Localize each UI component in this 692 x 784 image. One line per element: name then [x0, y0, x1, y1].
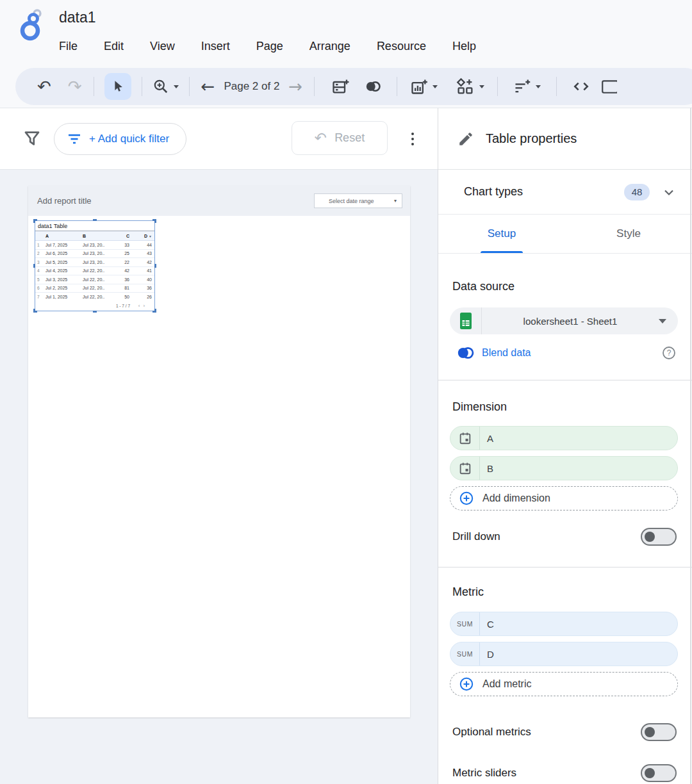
- panel-scrollbar-track[interactable]: [690, 108, 691, 784]
- optional-metrics-toggle[interactable]: [641, 723, 677, 741]
- data-source-selector[interactable]: lookersheet1 - Sheet1: [450, 307, 678, 334]
- quick-filter-bar: + Add quick filter ↶ Reset: [0, 108, 438, 170]
- dimension-chip-label: A: [487, 433, 493, 444]
- select-tool-button[interactable]: [104, 73, 131, 100]
- aggregation-label: SUM: [450, 642, 480, 666]
- blend-icon: [363, 78, 383, 95]
- date-range-label: Select date range: [329, 198, 374, 204]
- metric-heading: Metric: [452, 585, 692, 599]
- chevron-down-icon[interactable]: [661, 184, 677, 200]
- metric-chip-label: D: [487, 649, 494, 660]
- menu-edit[interactable]: Edit: [103, 37, 125, 56]
- reset-label: Reset: [334, 131, 365, 145]
- panel-title: Table properties: [486, 131, 577, 146]
- zoom-tool-button[interactable]: [152, 78, 179, 95]
- metric-sliders-toggle[interactable]: [641, 764, 677, 782]
- tab-setup[interactable]: Setup: [438, 215, 565, 253]
- dropdown-arrow-icon: [659, 319, 666, 323]
- chevron-down-icon: [536, 85, 541, 88]
- drill-down-label: Drill down: [452, 530, 500, 543]
- pagination-range: 1 - 7 / 7: [35, 304, 132, 308]
- reset-button[interactable]: ↶ Reset: [292, 121, 388, 155]
- pagination-arrows[interactable]: ‹›: [132, 303, 154, 309]
- metric-chip-c[interactable]: SUM C: [450, 612, 678, 636]
- tab-style[interactable]: Style: [565, 215, 692, 253]
- metric-chip-d[interactable]: SUM D: [450, 642, 678, 666]
- properties-panel: Table properties Chart types 48 Setup St…: [438, 108, 692, 784]
- column-header-d[interactable]: D▼: [132, 234, 154, 238]
- table-header-row: A B C D▼: [35, 231, 154, 241]
- menu-bar: File Edit View Insert Page Arrange Resou…: [58, 37, 477, 56]
- column-header-c[interactable]: C: [115, 234, 132, 238]
- zoom-icon: [152, 78, 169, 95]
- plus-circle-icon: [459, 676, 474, 692]
- help-icon[interactable]: ?: [661, 345, 677, 361]
- menu-view[interactable]: View: [149, 37, 176, 56]
- redo-button[interactable]: ↷: [68, 78, 82, 95]
- section-divider: [438, 567, 692, 568]
- looker-studio-logo-icon[interactable]: [15, 6, 49, 42]
- table-row: 2 Jul 6, 2025 Jul 23, 20.. 25 43: [35, 250, 154, 259]
- shapes-icon: [456, 77, 475, 96]
- blend-data-button[interactable]: [363, 78, 383, 95]
- panel-tabs: Setup Style: [438, 215, 692, 254]
- panel-icon: [600, 78, 617, 95]
- calendar-icon: [450, 457, 480, 480]
- menu-page[interactable]: Page: [255, 37, 284, 56]
- menu-resource[interactable]: Resource: [375, 37, 427, 56]
- calendar-icon: [450, 427, 480, 450]
- chart-types-selector[interactable]: Chart types 48: [438, 170, 692, 215]
- table-row: 6 Jul 2, 2025 Jul 22, 20.. 81 36: [35, 284, 154, 293]
- add-metric-button[interactable]: Add metric: [450, 672, 678, 696]
- cursor-icon: [111, 79, 125, 94]
- menu-arrange[interactable]: Arrange: [308, 37, 352, 56]
- dimension-heading: Dimension: [452, 400, 692, 414]
- table-chart-widget[interactable]: data1 Table A B C D▼ 1 Jul 7, 2025 Jul 2…: [35, 221, 154, 311]
- toolbar-divider: [142, 77, 142, 96]
- report-header-strip: Add report title Select date range ▾: [28, 186, 410, 216]
- add-control-button[interactable]: [513, 78, 541, 95]
- chevron-down-icon: [432, 85, 438, 88]
- column-header-a[interactable]: A: [43, 234, 80, 238]
- chevron-down-icon: [479, 85, 484, 88]
- add-quick-filter-label: + Add quick filter: [89, 133, 169, 145]
- table-chart-title: data1 Table: [35, 221, 154, 231]
- embed-button[interactable]: [571, 78, 591, 95]
- add-dimension-button[interactable]: Add dimension: [450, 486, 678, 510]
- menu-file[interactable]: File: [58, 37, 79, 56]
- setup-panel-body: Data source lookersheet1 - Sheet1 Blend …: [438, 254, 692, 782]
- dimension-chip-a[interactable]: A: [450, 426, 678, 450]
- blend-icon: [455, 345, 475, 361]
- drill-down-toggle[interactable]: [641, 528, 677, 546]
- metric-chip-label: C: [487, 619, 494, 630]
- add-quick-filter-button[interactable]: + Add quick filter: [54, 123, 186, 155]
- more-options-button[interactable]: [404, 129, 422, 149]
- report-title[interactable]: data1: [59, 9, 96, 26]
- column-header-b[interactable]: B: [80, 234, 115, 238]
- report-canvas: Add report title Select date range ▾ dat…: [0, 170, 438, 784]
- chart-types-label: Chart types: [464, 185, 523, 199]
- report-page: Add report title Select date range ▾ dat…: [28, 186, 410, 717]
- add-data-button[interactable]: [331, 78, 349, 95]
- next-page-button[interactable]: →: [288, 78, 302, 95]
- previous-page-button[interactable]: ←: [201, 78, 215, 95]
- report-title-placeholder[interactable]: Add report title: [37, 196, 92, 206]
- community-visualizations-button[interactable]: [456, 77, 484, 96]
- optional-metrics-label: Optional metrics: [452, 726, 531, 739]
- blend-data-row: Blend data ?: [455, 345, 677, 361]
- toolbar-divider: [397, 77, 397, 96]
- add-chart-button[interactable]: [410, 78, 438, 95]
- blend-data-link[interactable]: Blend data: [482, 347, 531, 359]
- date-range-control[interactable]: Select date range ▾: [314, 193, 402, 208]
- table-row: 1 Jul 7, 2025 Jul 23, 20.. 33 44: [35, 241, 154, 250]
- undo-button[interactable]: ↶: [37, 78, 51, 95]
- report-settings-button[interactable]: [600, 78, 617, 95]
- menu-help[interactable]: Help: [451, 37, 477, 56]
- add-dimension-label: Add dimension: [482, 493, 550, 504]
- menu-insert[interactable]: Insert: [200, 37, 231, 56]
- page-indicator[interactable]: Page 2 of 2: [224, 80, 279, 93]
- metric-sliders-label: Metric sliders: [452, 767, 516, 780]
- dimension-chip-b[interactable]: B: [450, 456, 678, 480]
- toolbar-divider: [556, 77, 557, 96]
- optional-metrics-row: Optional metrics: [452, 723, 677, 741]
